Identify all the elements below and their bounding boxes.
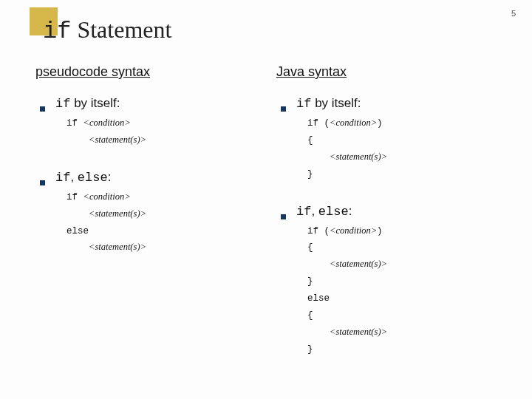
brace: }	[307, 276, 313, 287]
colon: :	[349, 204, 352, 218]
right-heading: Java syntax	[276, 64, 502, 80]
indent	[66, 209, 89, 219]
bullet-label: if by itself:	[296, 96, 361, 111]
indent	[66, 135, 89, 146]
placeholder: <statement(s)>	[89, 134, 146, 145]
code-block: if (<condition>) { <statement(s)> } else…	[307, 223, 502, 358]
indent	[307, 259, 330, 270]
kw: if (	[307, 118, 330, 129]
bullet-icon	[40, 106, 45, 112]
bullet-label: if, else:	[296, 204, 352, 219]
placeholder: <statement(s)>	[89, 208, 146, 219]
kw-if: if	[296, 205, 311, 219]
code-block: if <condition> <statement(s)>	[66, 115, 262, 149]
kw-else: else	[318, 205, 349, 219]
brace: {	[307, 135, 313, 146]
list-item: if, else:	[35, 170, 262, 185]
list-item: if by itself:	[276, 96, 502, 111]
right-column: Java syntax if by itself: if (<condition…	[276, 64, 502, 379]
indent	[307, 327, 330, 338]
placeholder: <condition>	[330, 117, 377, 128]
bullet-label: if by itself:	[55, 96, 120, 111]
placeholder: <statement(s)>	[330, 327, 387, 337]
left-column: pseudocode syntax if by itself: if <cond…	[35, 64, 262, 379]
kw-if: if	[55, 171, 70, 185]
list-item: if, else:	[276, 204, 502, 219]
slide-title-area: if Statement	[0, 0, 532, 58]
title-rest: Statement	[71, 16, 171, 43]
brace: {	[307, 242, 313, 253]
brace: }	[307, 344, 313, 355]
code-block: if <condition> <statement(s)> else <stat…	[66, 189, 262, 257]
slide-title: if Statement	[43, 16, 532, 45]
code-block: if (<condition>) { <statement(s)> }	[307, 115, 502, 183]
colon: :	[108, 170, 112, 184]
kw-if: if	[296, 97, 311, 111]
title-keyword: if	[43, 18, 71, 45]
placeholder: <condition>	[330, 225, 377, 236]
left-heading: pseudocode syntax	[35, 64, 262, 80]
placeholder: <condition>	[83, 117, 131, 128]
kw-else: else	[78, 171, 108, 185]
kw: if	[66, 118, 83, 129]
bullet-icon	[40, 180, 45, 185]
kw-if: if	[55, 97, 70, 111]
label-rest: by itself:	[70, 96, 120, 110]
kw: else	[66, 226, 89, 236]
kw: )	[377, 226, 383, 236]
bullet-icon	[281, 106, 286, 112]
list-item: if by itself:	[35, 96, 262, 111]
kw: if (	[307, 226, 330, 236]
indent	[307, 152, 330, 163]
content-columns: pseudocode syntax if by itself: if <cond…	[0, 58, 532, 379]
placeholder: <statement(s)>	[330, 151, 387, 162]
placeholder: <condition>	[83, 191, 131, 202]
label-rest: by itself:	[311, 96, 361, 110]
placeholder: <statement(s)>	[89, 242, 146, 252]
bullet-label: if, else:	[55, 170, 111, 185]
brace: }	[307, 169, 313, 180]
sep: ,	[311, 204, 318, 218]
kw: if	[66, 192, 83, 202]
kw: )	[377, 118, 383, 129]
placeholder: <statement(s)>	[330, 259, 387, 269]
sep: ,	[70, 170, 77, 184]
kw: else	[307, 293, 330, 304]
bullet-icon	[281, 214, 286, 219]
brace: {	[307, 310, 313, 321]
indent	[66, 242, 89, 253]
